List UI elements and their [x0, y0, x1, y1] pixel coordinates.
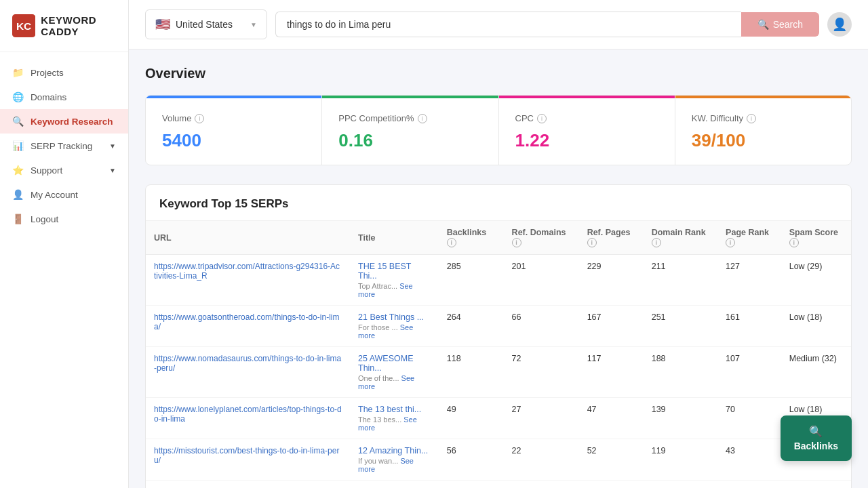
title-main-0: THE 15 BEST Thi...: [358, 262, 431, 281]
topbar: 🇺🇸 United States ▼ 🔍 Search 👤: [129, 0, 868, 49]
col-info-2[interactable]: i: [447, 238, 456, 247]
dropdown-arrow-icon: ▼: [250, 21, 257, 28]
serp-ref_domains-5: [504, 481, 579, 489]
sidebar-item-domains[interactable]: 🌐 Domains: [0, 85, 128, 109]
metric-card-ppc: PPC Competition% i 0.16: [322, 96, 498, 165]
col-info-6[interactable]: i: [726, 238, 735, 247]
table-row: https://www.tripadvisor.com/Attractions-…: [146, 255, 851, 306]
serp-title-2: 25 AWESOME Thin... One of the... See mor…: [350, 347, 439, 398]
metric-label-volume: Volume i: [162, 113, 305, 123]
user-avatar[interactable]: 👤: [827, 12, 852, 37]
sidebar-item-keyword-research[interactable]: 🔍 Keyword Research: [0, 109, 128, 134]
serp-url-link-4[interactable]: https://misstourist.com/best-things-to-d…: [154, 446, 339, 465]
nav-icon-domains: 🌐: [12, 92, 24, 102]
serp-title-5: 20 best things ... The Larco ... See mor…: [350, 481, 439, 489]
title-main-2: 25 AWESOME Thin...: [358, 354, 431, 373]
title-main-4: 12 Amazing Thin...: [358, 446, 431, 455]
serp-ref_domains-0: 201: [504, 255, 579, 306]
country-name: United States: [176, 19, 233, 30]
serp-table-header: URLTitleBacklinks iRef. Domains iRef. Pa…: [146, 221, 851, 255]
sidebar-item-projects[interactable]: 📁 Projects: [0, 60, 128, 85]
nav-items: 📁 Projects 🌐 Domains 🔍 Keyword Research …: [0, 52, 128, 488]
serp-backlinks-0: 285: [439, 255, 504, 306]
sidebar: KC KEYWORD CADDY 📁 Projects 🌐 Domains 🔍 …: [0, 0, 129, 488]
table-row: https://misstourist.com/best-things-to-d…: [146, 439, 851, 481]
nav-arrow-support: ▼: [109, 167, 116, 174]
serp-col-0: URL: [146, 221, 350, 255]
country-select[interactable]: 🇺🇸 United States ▼: [145, 9, 267, 39]
country-flag: 🇺🇸: [155, 17, 170, 32]
info-icon-kw-difficulty[interactable]: i: [747, 114, 756, 123]
sidebar-item-label-logout: Logout: [31, 214, 58, 224]
sidebar-item-support[interactable]: ⭐ Support ▼: [0, 158, 128, 182]
logo-icon: KC: [12, 11, 35, 41]
serp-page_rank-0: 127: [717, 255, 781, 306]
backlinks-fab-button[interactable]: 🔍 Backlinks: [781, 415, 852, 461]
see-more-3[interactable]: See more: [358, 415, 417, 432]
avatar-icon: 👤: [832, 17, 847, 32]
see-more-4[interactable]: See more: [358, 457, 414, 473]
serp-url-link-3[interactable]: https://www.lonelyplanet.com/articles/to…: [154, 405, 342, 424]
title-main-3: The 13 best thi...: [358, 405, 431, 414]
see-more-0[interactable]: See more: [358, 282, 413, 298]
serp-ref_domains-4: 22: [504, 439, 579, 481]
info-icon-cpc[interactable]: i: [537, 114, 547, 123]
table-row: https://www.machutravelperu.com/blog/thi…: [146, 481, 851, 489]
col-info-4[interactable]: i: [587, 238, 597, 247]
metric-label-ppc: PPC Competition% i: [338, 113, 481, 123]
content-area: Overview Volume i 5400 PPC Competition% …: [129, 49, 868, 488]
serp-ref_pages-3: 47: [579, 398, 644, 439]
serp-ref_domains-2: 72: [504, 347, 579, 398]
info-icon-ppc[interactable]: i: [418, 114, 427, 123]
col-info-5[interactable]: i: [652, 238, 661, 247]
serp-ref_pages-2: 117: [579, 347, 644, 398]
serp-url-1: https://www.goatsontheroad.com/things-to…: [146, 306, 350, 347]
serp-spam-2: Medium (32): [781, 347, 851, 398]
serp-table: URLTitleBacklinks iRef. Domains iRef. Pa…: [146, 221, 851, 488]
serp-spam-1: Low (18): [781, 306, 851, 347]
title-sub-2: One of the... See more: [358, 374, 431, 390]
serp-spam-0: Low (29): [781, 255, 851, 306]
serp-url-link-0[interactable]: https://www.tripadvisor.com/Attractions-…: [154, 262, 340, 281]
sidebar-item-my-account[interactable]: 👤 My Account: [0, 182, 128, 207]
info-icon-volume[interactable]: i: [195, 114, 204, 123]
search-button[interactable]: 🔍 Search: [741, 12, 819, 37]
col-info-7[interactable]: i: [789, 238, 799, 247]
sidebar-item-label-serp-tracking: SERP Tracking: [31, 141, 92, 151]
serp-backlinks-2: 118: [439, 347, 504, 398]
serp-backlinks-4: 56: [439, 439, 504, 481]
serp-ref_pages-5: [579, 481, 644, 489]
serp-domain_rank-1: 251: [644, 306, 717, 347]
serp-url-2: https://www.nomadasaurus.com/things-to-d…: [146, 347, 350, 398]
serp-page_rank-3: 70: [717, 398, 781, 439]
svg-text:KC: KC: [16, 20, 31, 32]
col-info-3[interactable]: i: [512, 238, 521, 247]
serp-url-5: https://www.machutravelperu.com/blog/thi…: [146, 481, 350, 489]
see-more-2[interactable]: See more: [358, 374, 414, 390]
serp-col-3: Ref. Domains i: [504, 221, 579, 255]
logo-area: KC KEYWORD CADDY: [0, 0, 128, 52]
sidebar-item-serp-tracking[interactable]: 📊 SERP Tracking ▼: [0, 134, 128, 158]
serp-backlinks-1: 264: [439, 306, 504, 347]
overview-title: Overview: [145, 66, 852, 81]
nav-icon-support: ⭐: [12, 165, 24, 176]
serp-header-row: URLTitleBacklinks iRef. Domains iRef. Pa…: [146, 221, 851, 255]
see-more-1[interactable]: See more: [358, 323, 413, 340]
metric-border-cpc: [499, 96, 675, 98]
serp-domain_rank-5: 23: [644, 481, 717, 489]
serp-page_rank-4: 43: [717, 439, 781, 481]
nav-icon-keyword-research: 🔍: [12, 116, 24, 127]
serp-domain_rank-0: 211: [644, 255, 717, 306]
serp-url-link-1[interactable]: https://www.goatsontheroad.com/things-to…: [154, 312, 339, 331]
serp-url-4: https://misstourist.com/best-things-to-d…: [146, 439, 350, 481]
logo-text: KEYWORD CADDY: [41, 14, 116, 37]
metric-label-cpc: CPC i: [515, 113, 658, 123]
search-input[interactable]: [275, 12, 741, 37]
serp-spam-5: [781, 481, 851, 489]
nav-arrow-serp-tracking: ▼: [109, 142, 116, 150]
table-row: https://www.lonelyplanet.com/articles/to…: [146, 398, 851, 439]
metric-card-volume: Volume i 5400: [146, 96, 322, 165]
serp-ref_pages-4: 52: [579, 439, 644, 481]
sidebar-item-logout[interactable]: 🚪 Logout: [0, 207, 128, 231]
serp-url-link-2[interactable]: https://www.nomadasaurus.com/things-to-d…: [154, 354, 341, 373]
